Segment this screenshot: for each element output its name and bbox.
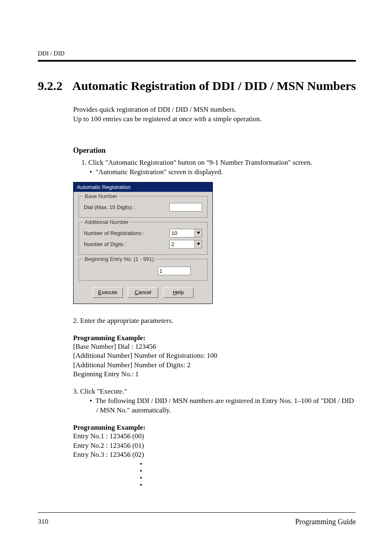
example1-line2: [Additional Number] Number of Registrati… [73,351,356,360]
chevron-down-icon [197,232,200,234]
intro-line-1: Provides quick registration of DDI / DID… [73,105,356,115]
section-title: Automatic Registration of DDI / DID / MS… [72,79,356,93]
registrations-value: 10 [170,229,194,237]
execute-button[interactable]: Execute [92,287,123,298]
page-number: 310 [38,518,48,526]
svg-marker-1 [197,243,200,245]
base-number-fieldset: Base Number Dial (Max. 15 Digits) : [78,196,208,218]
example2-line2: Entry No.2 : 123456 (01) [73,441,356,450]
footer-title: Programming Guide [295,518,356,526]
section-heading: 9.2.2 Automatic Registration of DDI / DI… [38,79,356,93]
step-3: 3. Click "Execute." [73,387,356,396]
registrations-row: Number of Registrations : 10 [84,229,202,237]
ellipsis-dots: • • • • [140,461,356,488]
chevron-down-icon [197,243,200,245]
beginning-entry-input[interactable] [158,267,191,275]
digits-dropdown-button[interactable] [194,240,202,248]
operation-heading: Operation [73,146,356,155]
dialog-titlebar: Automatic Registration [74,182,212,192]
step-3-bullet: The following DDI / DID / MSN numbers ar… [90,396,356,415]
programming-example-1-heading: Programming Example: [73,334,356,342]
digits-combo[interactable]: 2 [169,240,202,249]
dial-input[interactable] [169,203,202,212]
base-number-legend: Base Number [83,193,119,199]
registrations-label: Number of Registrations : [84,230,169,236]
dial-label: Dial (Max. 15 Digits) : [84,204,169,210]
registrations-combo[interactable]: 10 [169,229,202,237]
intro-line-2: Up to 100 entries can be registered at o… [73,115,356,124]
digits-label: Number of Digits : [84,241,169,247]
dialog-button-row: Execute Cancel Help [78,287,208,298]
digits-row: Number of Digits : 2 [84,240,202,249]
registrations-dropdown-button[interactable] [194,229,202,237]
example2-line1: Entry No.1 : 123456 (00) [73,432,356,441]
footer-divider [38,512,356,513]
dial-row: Dial (Max. 15 Digits) : [84,203,202,212]
example1-line3: [Additional Number] Number of Digits: 2 [73,361,356,370]
example2-line3: Entry No.3 : 123456 (02) [73,450,356,459]
step-2: 2. Enter the appropriate parameters. [73,316,356,326]
help-button[interactable]: Help [163,287,194,298]
svg-marker-0 [197,232,200,234]
example1-line1: [Base Number] Dial : 123456 [73,342,356,351]
step-1: 1. Click "Automatic Registration" button… [81,158,356,168]
beginning-entry-legend: Beginning Entry No. (1 - 991) [83,256,155,262]
cancel-button-label-rest: ancel [138,289,151,295]
page-footer: 310 Programming Guide [38,512,356,526]
help-button-label-rest: elp [177,289,184,295]
beginning-entry-fieldset: Beginning Entry No. (1 - 991) [78,259,208,281]
digits-value: 2 [170,240,194,248]
section-number: 9.2.2 [38,79,62,93]
header-divider [38,60,356,62]
entry-row [84,267,202,275]
intro-paragraph: Provides quick registration of DDI / DID… [73,105,356,124]
programming-example-2-heading: Programming Example: [73,424,356,432]
step-1-bullet: "Automatic Registration" screen is displ… [90,168,356,177]
automatic-registration-dialog: Automatic Registration Base Number Dial … [73,182,213,304]
dialog-body: Base Number Dial (Max. 15 Digits) : Addi… [74,192,212,304]
execute-button-label-rest: xecute [101,289,117,295]
example1-line4: Beginning Entry No.: 1 [73,370,356,379]
additional-number-fieldset: Additional Number Number of Registration… [78,222,208,255]
additional-number-legend: Additional Number [83,219,130,225]
cancel-button[interactable]: Cancel [128,287,158,298]
header-path: DDI / DID [38,50,356,57]
